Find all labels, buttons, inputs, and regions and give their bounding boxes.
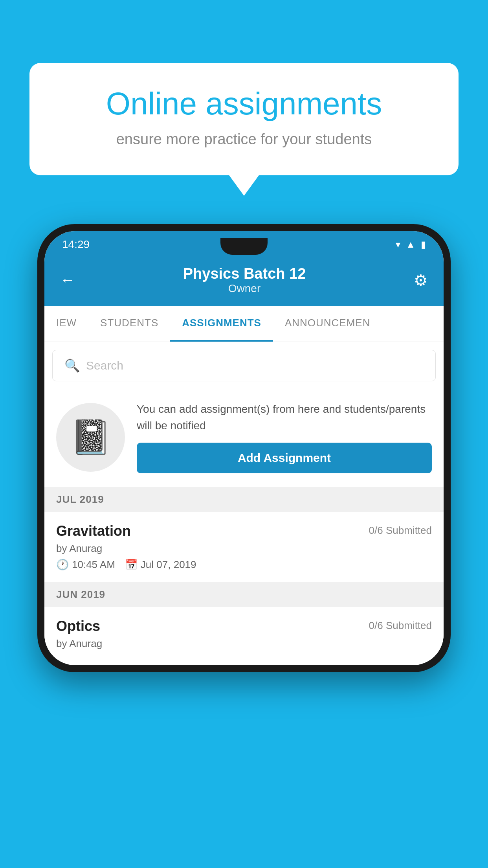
- assignment-time: 10:45 AM: [72, 559, 115, 571]
- search-bar[interactable]: 🔍 Search: [52, 350, 436, 381]
- back-button[interactable]: ←: [60, 272, 75, 289]
- assignment-item-gravitation[interactable]: Gravitation 0/6 Submitted by Anurag 🕐 10…: [44, 512, 444, 582]
- phone-screen: 14:29 ▾ ▲ ▮ ← Physics Batch 12 Owner ⚙: [44, 231, 444, 665]
- search-icon: 🔍: [64, 358, 80, 373]
- assignment-top-optics: Optics 0/6 Submitted: [56, 618, 432, 634]
- header-center: Physics Batch 12 Owner: [183, 265, 306, 295]
- info-right: You can add assignment(s) from here and …: [137, 401, 432, 473]
- header-title: Physics Batch 12: [183, 265, 306, 282]
- calendar-icon: 📅: [125, 559, 138, 571]
- tab-assignments[interactable]: ASSIGNMENTS: [170, 306, 273, 342]
- assignment-submitted-optics: 0/6 Submitted: [369, 618, 432, 632]
- bubble-title: Online assignments: [57, 86, 431, 121]
- clock-icon: 🕐: [56, 559, 69, 571]
- tab-announcements[interactable]: ANNOUNCEMEN: [273, 306, 382, 342]
- header-subtitle: Owner: [183, 282, 306, 295]
- meta-time: 🕐 10:45 AM: [56, 559, 115, 571]
- phone-mockup: 14:29 ▾ ▲ ▮ ← Physics Batch 12 Owner ⚙: [37, 224, 451, 672]
- search-container: 🔍 Search: [44, 342, 444, 389]
- status-time: 14:29: [62, 238, 90, 251]
- battery-icon: ▮: [421, 239, 426, 250]
- assignment-date: Jul 07, 2019: [141, 559, 196, 571]
- search-placeholder: Search: [86, 359, 123, 372]
- tab-students[interactable]: STUDENTS: [88, 306, 170, 342]
- assignment-meta: 🕐 10:45 AM 📅 Jul 07, 2019: [56, 559, 432, 571]
- speech-bubble: Online assignments ensure more practice …: [29, 63, 459, 175]
- speech-bubble-container: Online assignments ensure more practice …: [29, 63, 459, 175]
- tabs-bar: IEW STUDENTS ASSIGNMENTS ANNOUNCEMEN: [44, 306, 444, 342]
- info-card: 📓 You can add assignment(s) from here an…: [44, 389, 444, 487]
- assignment-item-optics[interactable]: Optics 0/6 Submitted by Anurag: [44, 607, 444, 665]
- assignment-by: by Anurag: [56, 542, 432, 555]
- notebook-icon: 📓: [70, 417, 112, 457]
- wifi-icon: ▾: [396, 239, 400, 250]
- month-header-jul: JUL 2019: [44, 487, 444, 512]
- assignment-by-optics: by Anurag: [56, 638, 432, 650]
- assignment-top: Gravitation 0/6 Submitted: [56, 523, 432, 539]
- notebook-icon-wrap: 📓: [56, 403, 125, 472]
- app-header: ← Physics Batch 12 Owner ⚙: [44, 256, 444, 306]
- assignment-submitted: 0/6 Submitted: [369, 523, 432, 537]
- info-description: You can add assignment(s) from here and …: [137, 401, 432, 434]
- settings-icon[interactable]: ⚙: [414, 271, 428, 289]
- assignment-name-optics: Optics: [56, 618, 100, 634]
- month-header-jun: JUN 2019: [44, 582, 444, 607]
- signal-icon: ▲: [406, 239, 415, 250]
- bubble-subtitle: ensure more practice for your students: [57, 131, 431, 148]
- add-assignment-button[interactable]: Add Assignment: [137, 443, 432, 473]
- tab-iew[interactable]: IEW: [44, 306, 88, 342]
- phone-wrapper: 14:29 ▾ ▲ ▮ ← Physics Batch 12 Owner ⚙: [37, 224, 451, 672]
- meta-date: 📅 Jul 07, 2019: [125, 559, 196, 571]
- status-icons: ▾ ▲ ▮: [396, 239, 426, 250]
- phone-notch: [220, 238, 268, 255]
- assignment-name: Gravitation: [56, 523, 131, 539]
